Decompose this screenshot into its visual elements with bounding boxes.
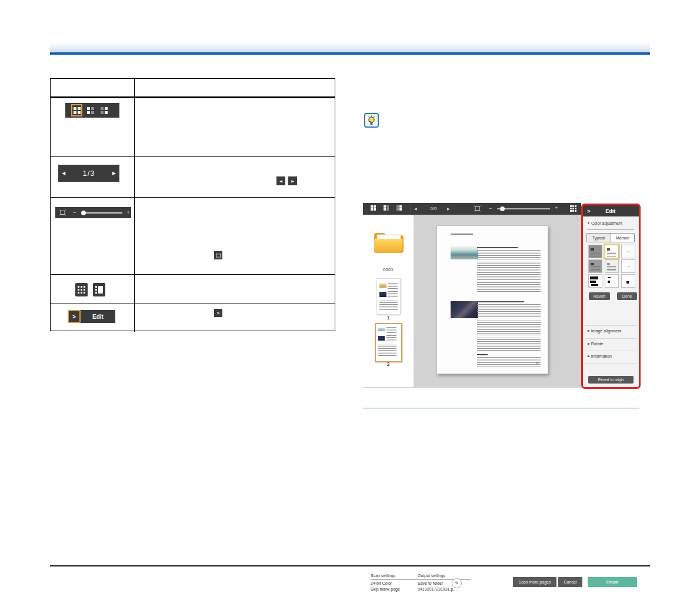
thumbnail-view-icon bbox=[75, 283, 88, 296]
inline-next-page-icon: ▶ bbox=[288, 176, 297, 185]
inline-fit-to-window-icon bbox=[214, 251, 222, 259]
preset-threshold[interactable] bbox=[621, 274, 635, 288]
scan-more-pages-button[interactable]: Scan more pages bbox=[513, 577, 556, 587]
table-row: > Edit > bbox=[51, 304, 335, 332]
preview-area: 3 bbox=[414, 215, 581, 387]
scan-setting-color: 24-bit Color bbox=[371, 581, 392, 585]
zoom-out-icon: − bbox=[73, 210, 76, 215]
next-page-icon[interactable]: ▶ bbox=[447, 206, 450, 211]
zoom-in-icon[interactable]: + bbox=[555, 205, 558, 211]
display-back-pages-icon[interactable] bbox=[396, 205, 402, 211]
section-rotate[interactable]: ▶ Rotate bbox=[588, 342, 603, 346]
cancel-button[interactable]: Cancel bbox=[558, 577, 582, 587]
page-nav-value: 0/0 bbox=[422, 206, 445, 211]
preset-binary[interactable] bbox=[605, 274, 619, 288]
table-header-cell-control bbox=[51, 79, 135, 96]
zoom-out-icon[interactable]: − bbox=[489, 205, 492, 211]
page-thumbnail-1[interactable] bbox=[376, 278, 401, 315]
triangle-right-icon: ▶ bbox=[588, 354, 590, 358]
tab-typical[interactable]: Typical bbox=[587, 234, 611, 242]
scan-setting-blank: Skip blank page bbox=[371, 587, 400, 591]
triangle-right-icon: ▶ bbox=[588, 329, 590, 332]
app-toolbar: ◀ 0/0 ▶ − + bbox=[363, 203, 581, 215]
page-display-toggle-illustration bbox=[65, 103, 119, 118]
preview-page[interactable]: 3 bbox=[436, 225, 548, 374]
table-row bbox=[51, 96, 335, 156]
zoom-slider-track[interactable] bbox=[497, 208, 550, 209]
preset-soft[interactable] bbox=[605, 259, 619, 273]
preset-high-contrast[interactable] bbox=[588, 274, 602, 288]
thumbnail-1-label: 1 bbox=[363, 315, 414, 321]
preset-gray-medium[interactable] bbox=[588, 259, 602, 273]
toolbar-divider bbox=[411, 205, 411, 213]
zoom-slider-handle bbox=[81, 211, 86, 215]
display-front-pages-icon bbox=[85, 104, 96, 116]
table-row bbox=[51, 274, 335, 304]
zoom-in-icon: + bbox=[126, 210, 129, 215]
hint-lightbulb-icon bbox=[364, 113, 379, 128]
edit-button-illustration: > Edit bbox=[68, 310, 115, 323]
tab-manual[interactable]: Manual bbox=[611, 234, 635, 242]
edit-panel-header: > Edit bbox=[583, 205, 639, 216]
table-header-row bbox=[51, 79, 335, 96]
output-settings-title: Output settings bbox=[418, 574, 445, 578]
preset-gray-dark[interactable] bbox=[588, 245, 602, 258]
display-front-pages-icon[interactable] bbox=[384, 205, 389, 211]
thumbnail-2-label: 2 bbox=[363, 361, 414, 367]
table-header-cell-description bbox=[135, 79, 335, 96]
inline-expand-panel-icon: > bbox=[214, 309, 222, 317]
table-row: − + bbox=[51, 197, 335, 274]
footer-rule bbox=[50, 565, 650, 566]
display-all-pages-icon bbox=[71, 104, 82, 116]
page-nav-value: 1/3 bbox=[65, 169, 112, 178]
page-thumbnail-2[interactable] bbox=[375, 323, 402, 362]
preview-photo-2 bbox=[451, 301, 478, 318]
next-page-icon: ▶ bbox=[112, 171, 116, 176]
section-image-alignment[interactable]: ▶ Image alignment bbox=[588, 329, 622, 333]
zoom-slider-handle[interactable] bbox=[500, 206, 505, 211]
preset-faint[interactable] bbox=[621, 259, 635, 273]
preset-original-selected[interactable] bbox=[605, 245, 619, 258]
section-information[interactable]: ▶ Information bbox=[588, 354, 612, 358]
header-rule bbox=[50, 42, 650, 55]
folder-icon[interactable] bbox=[372, 227, 405, 255]
app-footer: Scan settings 24-bit Color Skip blank pa… bbox=[363, 387, 639, 409]
scan-settings-title: Scan settings bbox=[371, 574, 395, 578]
thumbnail-view-icon[interactable] bbox=[570, 205, 576, 212]
output-setting-filename: 04192017231931.p... bbox=[418, 587, 456, 591]
preset-light[interactable] bbox=[621, 245, 635, 258]
zoom-slider-illustration: − + bbox=[55, 207, 131, 218]
edit-panel-title: Edit bbox=[590, 208, 631, 214]
section-color-adjustment[interactable]: ▼ Color adjustment bbox=[587, 221, 622, 225]
table-row: ◀ 1/3 ▶ ◀ ▶ bbox=[51, 156, 335, 197]
app-screenshot: ◀ 0/0 ▶ − + 0001 bbox=[363, 203, 639, 409]
edit-output-settings-icon[interactable]: ✎ bbox=[452, 578, 462, 588]
display-back-pages-icon bbox=[98, 104, 109, 116]
revert-to-origin-button[interactable]: Revert to origin bbox=[588, 376, 634, 384]
reference-table: ◀ 1/3 ▶ ◀ ▶ − + bbox=[50, 78, 335, 331]
preview-photo-1 bbox=[451, 246, 478, 259]
prev-page-icon[interactable]: ◀ bbox=[414, 206, 417, 211]
done-button[interactable]: Done bbox=[617, 292, 637, 300]
triangle-right-icon: ▶ bbox=[588, 342, 590, 345]
page-nav-illustration: ◀ 1/3 ▶ bbox=[58, 165, 119, 182]
expand-panel-icon: > bbox=[68, 310, 81, 323]
folder-label: 0001 bbox=[363, 267, 414, 272]
file-browser: 0001 1 2 bbox=[363, 215, 414, 387]
display-all-pages-icon[interactable] bbox=[371, 205, 376, 211]
fit-to-window-icon bbox=[59, 209, 66, 216]
revert-button[interactable]: Revert bbox=[589, 292, 610, 300]
zoom-slider-track bbox=[86, 212, 122, 214]
edit-panel: > Edit ▼ Color adjustment Typical Manual… bbox=[583, 205, 639, 387]
finish-button[interactable]: Finish bbox=[588, 577, 637, 587]
inline-prev-page-icon: ◀ bbox=[276, 176, 285, 185]
color-adjustment-tabs: Typical Manual bbox=[586, 233, 635, 242]
output-setting-destination: Save to folder bbox=[418, 581, 443, 585]
edit-button-label: Edit bbox=[81, 314, 115, 320]
preview-page-number: 3 bbox=[536, 361, 538, 365]
triangle-down-icon: ▼ bbox=[587, 221, 590, 225]
fit-to-window-icon[interactable] bbox=[474, 205, 481, 212]
page-view-icon bbox=[93, 283, 105, 296]
